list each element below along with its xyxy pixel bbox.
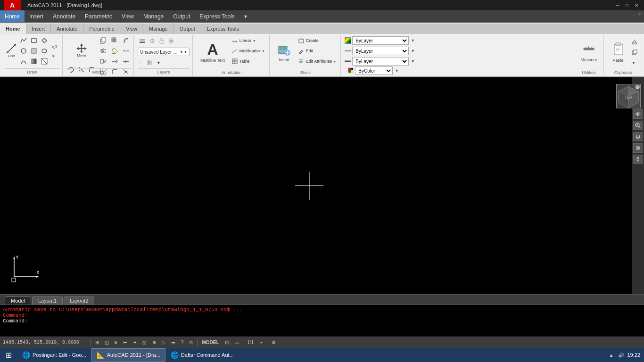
linetype-expand[interactable]: ▼ [411, 49, 415, 53]
move-tool[interactable]: Move [66, 36, 97, 64]
osnap-toggle-btn[interactable]: ◎ [141, 340, 148, 345]
layer-freeze-btn[interactable] [148, 36, 157, 46]
nav-cube[interactable]: TOP N [616, 84, 641, 108]
layer-properties-btn[interactable] [138, 36, 147, 46]
grid-toggle-btn[interactable]: ≡ [113, 340, 119, 345]
drawing-canvas[interactable]: Y X [0, 77, 644, 294]
zoom-btn[interactable] [633, 121, 643, 130]
edit-attributes-btn[interactable]: Edit Attributes ▼ [297, 57, 338, 66]
layout2-tab[interactable]: Layout2 [64, 296, 94, 304]
look-btn[interactable] [633, 143, 643, 153]
color-dropdown[interactable]: ByLayer [352, 36, 409, 45]
mirror-tool[interactable] [99, 46, 108, 56]
bycolor-expand[interactable]: ▼ [395, 68, 399, 73]
walk-btn[interactable] [633, 155, 643, 164]
polyline-tool[interactable] [19, 36, 28, 45]
minimize-button[interactable]: ─ [614, 1, 621, 9]
menu-view[interactable]: View [117, 10, 139, 22]
dynmode-toggle-btn[interactable]: ▷ [160, 340, 167, 345]
maximize-button[interactable]: □ [623, 1, 631, 9]
menu-annotate[interactable]: Annotate [48, 10, 80, 22]
model-space-btn[interactable]: ⊡ [223, 340, 230, 345]
tab-home[interactable]: Home [0, 24, 26, 35]
extend-tool[interactable] [110, 57, 119, 66]
menu-more[interactable]: ▾ [239, 10, 252, 22]
multileader-btn[interactable]: Multileader ▼ [231, 46, 266, 56]
menu-parametric[interactable]: Parametric [80, 10, 117, 22]
create-block-btn[interactable]: Create [297, 36, 338, 45]
table-btn[interactable]: Table [231, 57, 266, 66]
array-tool[interactable] [110, 36, 119, 45]
copy-clip-btn[interactable] [630, 48, 639, 57]
multiline-text-btn[interactable]: A Multiline Text [197, 36, 229, 69]
ortho-toggle-btn[interactable]: ⊢ [122, 340, 129, 345]
snap-grid-btn[interactable]: ⊞ [94, 340, 100, 345]
sound-icon[interactable]: 🔊 [617, 353, 625, 358]
tab-manage[interactable]: Manage [143, 24, 174, 34]
notification-icon[interactable]: ▲ [608, 353, 615, 358]
otrack-toggle-btn[interactable]: ⊕ [151, 340, 157, 345]
region-tool[interactable] [40, 46, 49, 56]
menu-output[interactable]: Output [168, 10, 195, 22]
menu-manage[interactable]: Manage [139, 10, 168, 22]
start-button[interactable]: ⊞ [0, 348, 17, 362]
hatch-tool[interactable] [29, 46, 39, 56]
taskbar-item-browser[interactable]: 🌐 Postingan: Edit - Goo... [17, 348, 91, 362]
layout1-tab[interactable]: Layout1 [32, 296, 63, 304]
linetype-dropdown[interactable]: ByLayer [352, 47, 409, 55]
model-label[interactable]: MODEL [200, 340, 220, 345]
scale-display[interactable]: 1:1 [246, 340, 256, 345]
model-tab[interactable]: Model [5, 296, 31, 304]
linear-dim-btn[interactable]: Linear ▼ [231, 36, 266, 45]
command-input[interactable] [29, 318, 641, 324]
layout-space-btn[interactable]: ▭ [233, 340, 240, 345]
edit-block-btn[interactable]: Edit [297, 46, 338, 56]
join-tool[interactable] [121, 57, 131, 66]
insert-block-btn[interactable]: Insert [273, 36, 295, 69]
copy-tool[interactable] [99, 36, 108, 45]
stretch-tool[interactable] [99, 57, 108, 66]
close-button[interactable]: ✕ [633, 1, 640, 9]
layer-lock-btn[interactable] [157, 36, 166, 46]
paste-special-btn[interactable]: ▼ [630, 58, 639, 67]
color-expand[interactable]: ▼ [411, 38, 415, 43]
layer-more-btn[interactable]: ▼ [155, 58, 162, 67]
circle-tool[interactable] [19, 46, 28, 56]
rectangle-tool[interactable] [29, 36, 39, 45]
boundary-tool[interactable] [40, 36, 49, 45]
tab-parametric[interactable]: Parametric [83, 24, 120, 34]
revision-cloud-tool[interactable] [50, 41, 59, 50]
lineweight-toggle-btn[interactable]: ☰ [170, 340, 177, 345]
sc-toggle-btn[interactable]: ⊙ [188, 340, 194, 345]
scale-expand[interactable]: ▼ [258, 341, 264, 344]
snap-toggle-btn[interactable]: ◫ [103, 340, 110, 345]
tab-annotate[interactable]: Annotate [51, 24, 83, 34]
gradient-tool[interactable] [29, 57, 39, 66]
menu-home[interactable]: Home [0, 10, 25, 22]
qp-toggle-btn[interactable]: ? [180, 340, 185, 345]
orbit-btn[interactable] [633, 132, 643, 141]
measure-btn[interactable]: Measure [577, 36, 601, 69]
tab-express-tools[interactable]: Express Tools [201, 24, 245, 34]
wipeout-tool[interactable] [40, 57, 49, 66]
taskbar-item-autocad[interactable]: 📐 AutoCAD 2011 - [Dra... [91, 348, 165, 362]
layer-dropdown[interactable]: Unsaved Layer State ▼ [138, 48, 190, 56]
draw-expand[interactable]: ▼ [50, 51, 59, 61]
offset-tool[interactable] [121, 36, 131, 45]
lineweight-expand[interactable]: ▼ [411, 59, 415, 64]
app-icon[interactable]: A [4, 0, 21, 11]
erase-tool[interactable] [110, 46, 119, 56]
layer-isolate-btn[interactable] [167, 36, 175, 46]
tab-view[interactable]: View [120, 24, 143, 34]
lineweight-dropdown[interactable]: ByLayer [352, 57, 409, 66]
layer-prev-btn[interactable]: ← [138, 58, 145, 67]
tab-insert[interactable]: Insert [26, 24, 51, 34]
menu-insert[interactable]: Insert [25, 10, 48, 22]
polar-toggle-btn[interactable]: ✦ [132, 340, 138, 345]
line-tool[interactable]: Line [5, 37, 18, 65]
settings-btn[interactable]: ⚙ [270, 340, 277, 345]
pan-btn[interactable] [633, 109, 643, 119]
ribbon-expand-btn[interactable]: ▼ [637, 11, 642, 16]
cut-btn[interactable] [630, 37, 639, 47]
bycolor-dropdown[interactable]: ByColor [355, 66, 393, 75]
